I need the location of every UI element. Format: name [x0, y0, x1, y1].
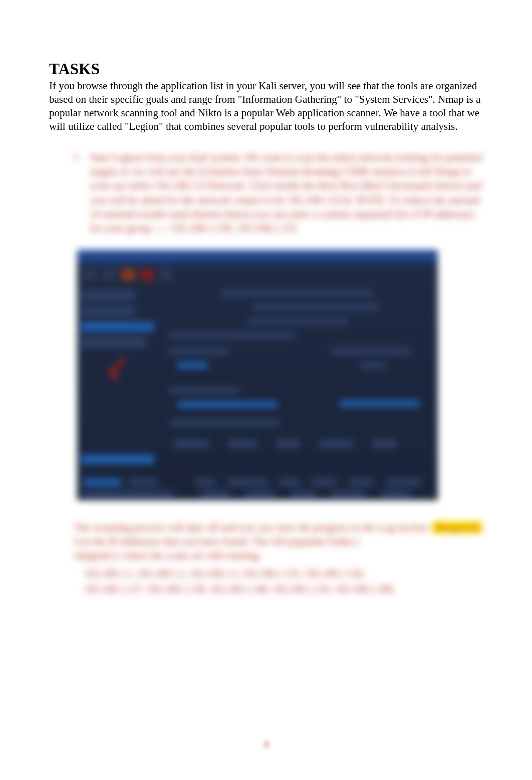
panel-link[interactable] [340, 400, 420, 407]
legion-footer [77, 475, 438, 489]
legion-footer-2 [77, 489, 438, 500]
step-1: 1. Start Legion from your Kali system. W… [73, 150, 483, 236]
footer-chip [312, 478, 337, 486]
footer-chip [195, 478, 215, 486]
required-highlight: (Required) [432, 521, 482, 533]
footer-tab-active[interactable] [83, 478, 121, 486]
panel-label [169, 348, 229, 355]
footer-label [83, 490, 173, 498]
panel-label [331, 348, 411, 355]
panel-tab[interactable] [227, 439, 257, 448]
toolbar-button[interactable] [140, 269, 154, 281]
toolbar-button[interactable] [121, 269, 135, 281]
tasks-heading: TASKS [49, 60, 483, 78]
step-text: Start Legion from your Kali system. We w… [90, 150, 483, 236]
panel-tab[interactable] [319, 439, 354, 448]
panel-value [361, 362, 386, 369]
sidebar-item[interactable] [81, 290, 135, 301]
legion-titlebar [77, 250, 438, 265]
bottom-line-1: The scanning process will take off and y… [74, 521, 430, 533]
legion-body [77, 285, 438, 475]
legion-main-panel [162, 285, 438, 475]
red-checkmark-icon [110, 356, 130, 386]
panel-tab[interactable] [173, 439, 209, 448]
footer-chip [227, 478, 268, 486]
panel-text [248, 318, 347, 325]
footer-chip [280, 478, 300, 486]
footer-chip [200, 490, 230, 498]
sidebar-item-active[interactable] [81, 322, 154, 332]
panel-text [169, 332, 295, 339]
panel-value [177, 362, 207, 369]
panel-label [169, 387, 239, 394]
step-list: 1. Start Legion from your Kali system. W… [49, 150, 483, 236]
panel-text [221, 290, 373, 297]
ip-address-list: 192.168.1.1, 192.168.1.2, 192.168.1.3, 1… [49, 567, 483, 596]
sidebar-tab[interactable] [81, 454, 154, 464]
sidebar-item[interactable] [81, 337, 147, 348]
toolbar-button[interactable] [102, 269, 116, 281]
footer-chip [331, 490, 366, 498]
panel-tabs [169, 436, 431, 451]
legion-toolbar [77, 265, 438, 285]
bottom-line-1b: List the IP addresses that you have foun… [74, 535, 359, 547]
sidebar-item[interactable] [81, 306, 135, 317]
toolbar-button[interactable] [159, 269, 173, 281]
panel-tab[interactable] [372, 439, 397, 448]
footer-chip [381, 490, 411, 498]
ip-row-1: 192.168.1.1, 192.168.1.2, 192.168.1.3, 1… [84, 567, 483, 580]
panel-label [169, 419, 280, 426]
footer-chip [386, 478, 421, 486]
panel-tab[interactable] [276, 439, 301, 448]
panel-value [177, 401, 278, 408]
toolbar-button[interactable] [83, 269, 97, 281]
bottom-line-2: skipped) is where the scans are still ru… [74, 549, 261, 561]
page-number: 4 [0, 738, 532, 750]
footer-chip [245, 490, 276, 498]
legion-app-screenshot [77, 250, 438, 500]
footer-chip [291, 490, 316, 498]
legion-sidebar [77, 285, 162, 475]
step-number: 1. [73, 150, 81, 236]
bottom-paragraph: The scanning process will take off and y… [74, 520, 483, 563]
ip-row-2: 192.168.1.127, 192.168.1.138, 192.168.1.… [84, 582, 483, 596]
intro-paragraph: If you browse through the application li… [49, 79, 483, 133]
footer-chip [349, 478, 374, 486]
panel-text [253, 304, 379, 311]
footer-tab[interactable] [128, 478, 158, 486]
